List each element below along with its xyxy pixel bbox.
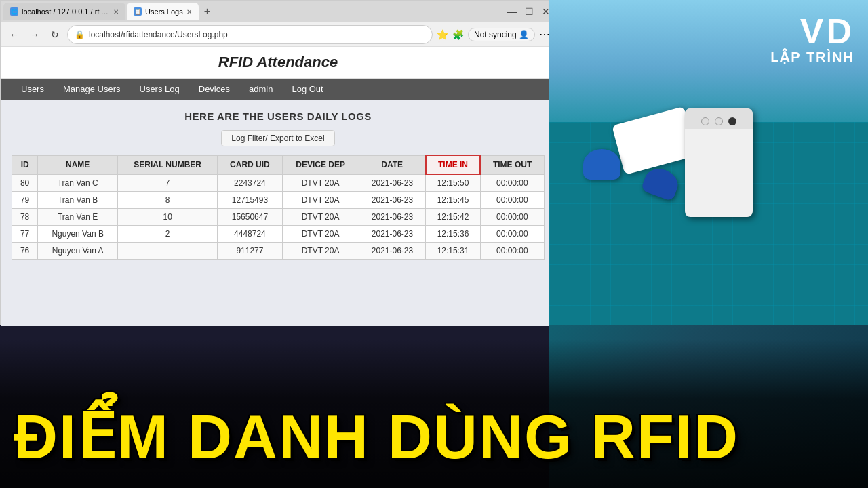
table-cell: DTVT 20A [282, 174, 359, 192]
reader-dot-1 [701, 117, 709, 125]
section-title: HERE ARE THE USERS DAILY LOGS [12, 110, 545, 122]
table-cell: 00:00:00 [480, 192, 544, 209]
vd-text: VD [770, 14, 854, 49]
address-bar[interactable]: 🔒 localhost/rfidattendance/UsersLog.php [67, 25, 433, 44]
tab-label-2: Users Logs [145, 7, 183, 16]
col-card-uid: CARD UID [218, 155, 282, 174]
table-cell: DTVT 20A [282, 209, 359, 226]
nav-users[interactable]: Users [12, 79, 54, 100]
table-row: 76Nguyen Van A911277DTVT 20A2021-06-2312… [12, 243, 545, 260]
browser-controls: ← → ↻ 🔒 localhost/rfidattendance/UsersLo… [1, 22, 555, 47]
lap-trinh-text: LẬP TRÌNH [770, 49, 854, 65]
table-cell: 911277 [218, 243, 282, 260]
table-cell: 12:15:31 [426, 243, 480, 260]
table-cell: 2021-06-23 [359, 226, 426, 243]
table-cell: 12:15:36 [426, 226, 480, 243]
table-cell: DTVT 20A [282, 243, 359, 260]
table-cell: 79 [12, 192, 38, 209]
extension-icon[interactable]: 🧩 [452, 29, 464, 40]
table-cell: 76 [12, 243, 38, 260]
rfid-card [612, 106, 697, 175]
keyfob-blue-1 [583, 149, 620, 180]
table-row: 80Tran Van C72243724DTVT 20A2021-06-2312… [12, 174, 545, 192]
filter-export-button[interactable]: Log Filter/ Export to Excel [221, 130, 334, 146]
table-cell: 12715493 [218, 192, 282, 209]
url-text: localhost/rfidattendance/UsersLog.php [89, 30, 228, 39]
table-cell: 00:00:00 [480, 209, 544, 226]
table-cell: 78 [12, 209, 38, 226]
table-cell: 4448724 [218, 226, 282, 243]
nav-admin[interactable]: admin [239, 79, 282, 100]
main-overlay-title: ĐIỂM DANH DÙNG RFID [14, 407, 739, 468]
nav-logout[interactable]: Log Out [282, 79, 332, 100]
table-cell: Tran Van E [38, 209, 118, 226]
bookmark-icon[interactable]: ⭐ [437, 29, 448, 40]
back-button[interactable]: ← [6, 26, 22, 43]
new-tab-button[interactable]: + [200, 5, 214, 18]
table-cell: 15650647 [218, 209, 282, 226]
table-row: 79Tran Van B812715493DTVT 20A2021-06-231… [12, 192, 545, 209]
table-cell: DTVT 20A [282, 192, 359, 209]
table-cell: Tran Van C [38, 174, 118, 192]
tab-label-1: localhost / 127.0.0.1 / rfidatte... [22, 7, 110, 16]
tab-close-1[interactable]: ✕ [113, 8, 119, 16]
table-cell: 00:00:00 [480, 226, 544, 243]
keyfob-blue-2 [641, 165, 682, 202]
reader-dot-2 [715, 117, 723, 125]
col-device-dep: DEVICE DEP [282, 155, 359, 174]
table-cell: 12:15:42 [426, 209, 480, 226]
table-cell: 2021-06-23 [359, 209, 426, 226]
table-cell: 2021-06-23 [359, 174, 426, 192]
table-row: 78Tran Van E1015650647DTVT 20A2021-06-23… [12, 209, 545, 226]
table-body: 80Tran Van C72243724DTVT 20A2021-06-2312… [12, 174, 545, 260]
table-cell: 2021-06-23 [359, 192, 426, 209]
browser-window: 🌐 localhost / 127.0.0.1 / rfidatte... ✕ … [0, 0, 556, 325]
table-cell: 10 [118, 209, 218, 226]
table-cell: 12:15:45 [426, 192, 480, 209]
vd-logo: VD LẬP TRÌNH [770, 14, 854, 65]
nav-devices[interactable]: Devices [189, 79, 239, 100]
reload-button[interactable]: ↻ [47, 26, 63, 43]
menu-icon[interactable]: ⋯ [539, 28, 550, 41]
table-cell: Nguyen Van A [38, 243, 118, 260]
site-title: RFID Attendance [1, 54, 555, 71]
log-table: ID NAME SERIAL NUMBER CARD UID DEVICE DE… [12, 155, 545, 260]
col-name: NAME [38, 155, 118, 174]
rfid-reader-device [685, 108, 753, 217]
table-cell: 7 [118, 174, 218, 192]
nav-manage-users[interactable]: Manage Users [54, 79, 130, 100]
tab-close-2[interactable]: ✕ [186, 8, 192, 16]
table-cell: Tran Van B [38, 192, 118, 209]
maximize-button[interactable]: ☐ [522, 6, 536, 17]
table-cell: 2 [118, 226, 218, 243]
table-cell [118, 243, 218, 260]
tab-rfid[interactable]: 🌐 localhost / 127.0.0.1 / rfidatte... ✕ [3, 3, 125, 20]
col-time-in: TIME IN [426, 155, 480, 174]
sync-button[interactable]: Not syncing 👤 [468, 28, 535, 41]
titlebar: 🌐 localhost / 127.0.0.1 / rfidatte... ✕ … [1, 1, 555, 22]
col-date: DATE [359, 155, 426, 174]
rfid-reader-top [685, 108, 753, 129]
table-row: 77Nguyen Van B24448724DTVT 20A2021-06-23… [12, 226, 545, 243]
tab-users-log[interactable]: 📋 Users Logs ✕ [127, 3, 199, 20]
main-content: HERE ARE THE USERS DAILY LOGS Log Filter… [1, 100, 555, 270]
reader-dot-3 [728, 117, 736, 125]
tab-favicon-1: 🌐 [10, 7, 18, 16]
table-header-row: ID NAME SERIAL NUMBER CARD UID DEVICE DE… [12, 155, 545, 174]
table-cell: DTVT 20A [282, 226, 359, 243]
table-cell: 12:15:50 [426, 174, 480, 192]
col-id: ID [12, 155, 38, 174]
minimize-button[interactable]: — [505, 6, 519, 17]
table-cell: 8 [118, 192, 218, 209]
forward-button[interactable]: → [26, 26, 43, 43]
filter-button-wrap: Log Filter/ Export to Excel [12, 130, 545, 146]
col-serial: SERIAL NUMBER [118, 155, 218, 174]
table-cell: Nguyen Van B [38, 226, 118, 243]
bottom-overlay: ĐIỂM DANH DÙNG RFID [0, 339, 868, 488]
table-cell: 2243724 [218, 174, 282, 192]
page-content: RFID Attendance Users Manage Users Users… [1, 47, 555, 326]
table-cell: 00:00:00 [480, 243, 544, 260]
rfid-decorations [563, 102, 766, 305]
nav-users-log[interactable]: Users Log [130, 79, 189, 100]
table-cell: 2021-06-23 [359, 243, 426, 260]
